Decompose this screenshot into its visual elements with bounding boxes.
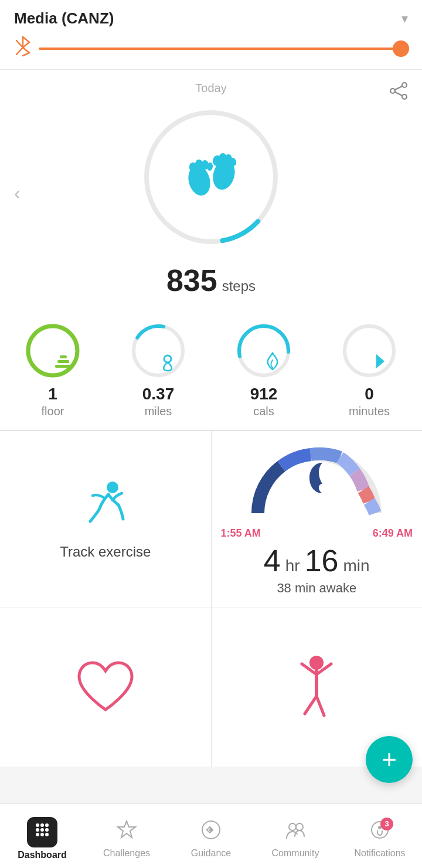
svg-point-42 xyxy=(209,828,213,832)
today-section: Today ‹ xyxy=(0,70,422,316)
svg-rect-19 xyxy=(55,365,72,368)
sleep-minutes: 16 xyxy=(305,543,339,578)
notifications-icon: 3 xyxy=(369,819,391,846)
sleep-card[interactable]: 1:55 AM 6:49 AM 4 hr 16 min 38 min awake xyxy=(212,431,423,608)
svg-point-36 xyxy=(45,828,49,832)
nav-guidance-label: Guidance xyxy=(191,848,232,859)
stat-floors[interactable]: 1 floor xyxy=(15,321,91,418)
minutes-label: minutes xyxy=(349,405,390,418)
svg-point-38 xyxy=(40,833,44,836)
minutes-value: 0 xyxy=(365,385,374,404)
svg-point-32 xyxy=(40,823,44,827)
svg-line-4 xyxy=(395,92,402,96)
add-activity-button[interactable]: + xyxy=(366,736,413,783)
svg-point-43 xyxy=(289,823,296,830)
svg-point-34 xyxy=(36,828,39,832)
nav-challenges[interactable]: Challenges xyxy=(84,814,169,859)
cals-label: cals xyxy=(253,405,274,418)
sleep-times: 1:55 AM 6:49 AM xyxy=(221,527,413,540)
prev-arrow[interactable]: ‹ xyxy=(14,182,21,204)
steps-count: 835 xyxy=(166,263,217,298)
today-label: Today xyxy=(195,82,226,95)
nav-dashboard[interactable]: Dashboard xyxy=(0,812,84,860)
bluetooth-icon xyxy=(14,36,32,61)
miles-value: 0.37 xyxy=(142,385,175,404)
media-title: Media (CANZ) xyxy=(14,9,114,28)
nav-dashboard-label: Dashboard xyxy=(18,850,67,860)
exercise-card[interactable]: Track exercise xyxy=(0,431,211,608)
svg-point-33 xyxy=(45,823,49,827)
svg-marker-28 xyxy=(376,354,384,368)
svg-point-30 xyxy=(309,656,324,670)
floors-label: floor xyxy=(42,405,64,418)
nav-challenges-label: Challenges xyxy=(103,848,150,859)
svg-rect-20 xyxy=(57,360,69,363)
sleep-hours: 4 xyxy=(264,543,281,578)
sleep-end: 6:49 AM xyxy=(373,527,413,540)
cals-value: 912 xyxy=(250,385,278,404)
floors-value: 1 xyxy=(48,385,57,404)
nav-community[interactable]: Community xyxy=(253,814,338,859)
activity-card[interactable]: + xyxy=(212,608,423,767)
svg-point-37 xyxy=(36,833,39,836)
stat-minutes[interactable]: 0 minutes xyxy=(331,321,407,418)
svg-point-24 xyxy=(164,355,171,362)
sleep-min-label: min xyxy=(343,557,370,575)
media-bar: Media (CANZ) ▾ xyxy=(0,0,422,70)
svg-point-0 xyxy=(402,83,407,87)
svg-marker-40 xyxy=(118,821,135,838)
svg-point-31 xyxy=(36,823,39,827)
steps-circle[interactable] xyxy=(135,101,287,253)
svg-point-35 xyxy=(40,828,44,832)
bluetooth-row xyxy=(14,36,408,69)
community-icon xyxy=(284,819,307,846)
svg-point-1 xyxy=(390,89,395,93)
svg-point-44 xyxy=(296,823,303,830)
volume-slider[interactable] xyxy=(39,48,408,50)
stat-cals[interactable]: 912 cals xyxy=(226,321,302,418)
guidance-icon xyxy=(200,819,222,846)
sleep-hr-label: hr xyxy=(285,557,300,575)
nav-community-label: Community xyxy=(272,848,319,859)
svg-line-3 xyxy=(395,86,402,90)
svg-point-39 xyxy=(45,833,49,836)
challenges-icon xyxy=(115,819,138,846)
dashboard-icon xyxy=(27,817,57,847)
sleep-start: 1:55 AM xyxy=(221,527,261,540)
nav-notifications-label: Notifications xyxy=(354,848,405,859)
heart-rate-card[interactable] xyxy=(0,608,211,767)
sleep-awake: 38 min awake xyxy=(277,581,356,596)
notifications-badge: 3 xyxy=(380,818,393,830)
steps-label: steps xyxy=(222,278,256,294)
slider-thumb[interactable] xyxy=(393,40,409,57)
nav-guidance[interactable]: Guidance xyxy=(169,814,253,859)
miles-label: miles xyxy=(145,405,172,418)
exercise-label: Track exercise xyxy=(60,544,151,560)
cards-grid: Track exercise xyxy=(0,430,422,767)
stat-miles[interactable]: 0.37 miles xyxy=(120,321,196,418)
nav-notifications[interactable]: 3 Notifications xyxy=(338,814,422,859)
chevron-down-icon[interactable]: ▾ xyxy=(401,11,408,26)
svg-point-2 xyxy=(402,94,407,99)
svg-point-29 xyxy=(107,482,118,493)
svg-rect-21 xyxy=(60,355,67,358)
bottom-nav: Dashboard Challenges Guidance xyxy=(0,803,422,868)
stats-row: 1 floor 0.37 miles xyxy=(0,316,422,430)
share-icon[interactable] xyxy=(389,82,408,104)
